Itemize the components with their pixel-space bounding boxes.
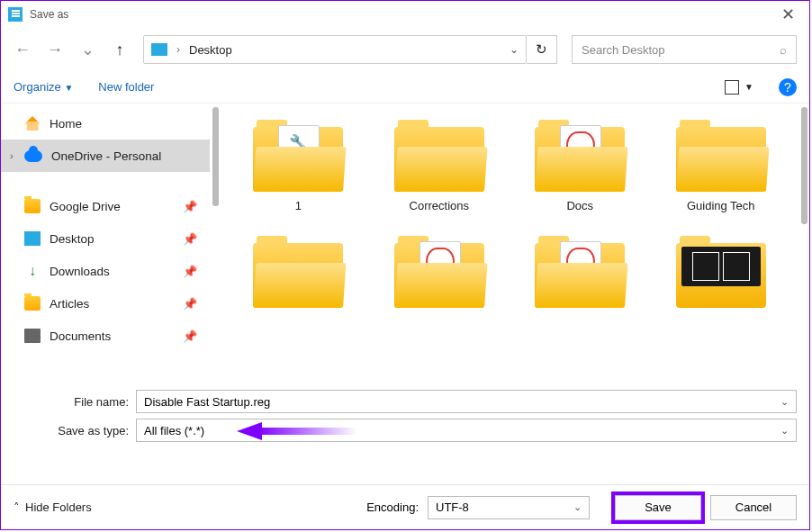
chevron-down-icon[interactable]: ⌄ (510, 43, 519, 56)
save-as-dialog: Save as ✕ ← → ⌄ ↑ › Desktop ⌄ ↻ Search D… (0, 0, 810, 530)
location-icon (151, 43, 167, 56)
organize-menu[interactable]: Organize ▼ (14, 80, 73, 94)
filename-input[interactable]: Disable Fast Startup.reg ⌄ (136, 390, 797, 413)
folder-icon (24, 296, 41, 311)
pin-icon: 📌 (183, 232, 197, 246)
folder-tile[interactable]: 1 (231, 120, 365, 212)
chevron-down-icon[interactable]: ⌄ (573, 501, 582, 513)
folder-icon (394, 120, 484, 192)
sidebar-item-documents[interactable]: Documents 📌 (1, 320, 210, 352)
folder-tile[interactable]: Docs (513, 120, 647, 212)
chevron-down-icon: ▼ (64, 83, 73, 93)
footer: ˄ Hide Folders Encoding: UTF-8 ⌄ Save Ca… (1, 484, 809, 529)
pin-icon: 📌 (183, 265, 197, 278)
file-pane[interactable]: 1CorrectionsDocsGuiding Tech (210, 104, 809, 383)
up-icon[interactable]: ↑ (111, 41, 129, 59)
forward-icon[interactable]: → (46, 41, 64, 59)
chevron-right-icon[interactable]: › (10, 150, 14, 161)
folder-icon (253, 120, 343, 192)
hide-folders-toggle[interactable]: ˄ Hide Folders (14, 500, 92, 514)
breadcrumb[interactable]: Desktop (189, 43, 232, 57)
sidebar-item-desktop[interactable]: Desktop 📌 (1, 222, 210, 255)
sidebar: Home › OneDrive - Personal Google Drive … (1, 104, 210, 383)
refresh-button[interactable]: ↻ (527, 35, 557, 64)
nav-row: ← → ⌄ ↑ › Desktop ⌄ ↻ Search Desktop ⌕ (1, 28, 809, 71)
recent-chevron-icon[interactable]: ⌄ (78, 40, 96, 59)
sidebar-item-home[interactable]: Home (1, 107, 210, 140)
sidebar-item-google-drive[interactable]: Google Drive 📌 (1, 190, 210, 222)
folder-tile[interactable] (373, 236, 507, 315)
sidebar-item-articles[interactable]: Articles 📌 (1, 287, 210, 320)
folder-tile[interactable]: Corrections (373, 120, 507, 212)
window-title: Save as (30, 8, 68, 21)
save-button[interactable]: Save (615, 495, 701, 520)
folder-icon (676, 236, 766, 308)
close-icon[interactable]: ✕ (774, 5, 802, 24)
folder-label: Docs (566, 199, 593, 212)
save-form: File name: Disable Fast Startup.reg ⌄ Sa… (1, 383, 809, 442)
folder-label: Corrections (410, 199, 469, 212)
address-bar[interactable]: › Desktop ⌄ (143, 35, 527, 64)
view-menu[interactable]: ▼ (725, 80, 753, 95)
filename-label: File name: (14, 395, 129, 409)
chevron-down-icon[interactable]: ⌄ (780, 425, 789, 437)
sidebar-item-onedrive[interactable]: › OneDrive - Personal (1, 140, 210, 172)
search-input[interactable]: Search Desktop ⌕ (572, 35, 797, 64)
app-icon (8, 7, 23, 22)
desktop-icon (24, 231, 41, 246)
sidebar-item-downloads[interactable]: ↓ Downloads 📌 (1, 255, 210, 287)
savetype-select[interactable]: All files (*.*) ⌄ (136, 419, 797, 442)
folder-icon (535, 236, 625, 308)
folder-label: 1 (295, 199, 302, 212)
folder-label: Guiding Tech (687, 199, 755, 212)
document-icon (24, 329, 41, 343)
search-placeholder: Search Desktop (582, 43, 665, 57)
folder-tile[interactable] (654, 236, 789, 315)
encoding-select[interactable]: UTF-8 ⌄ (428, 496, 590, 519)
chevron-right-icon: › (176, 43, 180, 56)
chevron-up-icon: ˄ (14, 500, 20, 514)
new-folder-button[interactable]: New folder (98, 80, 154, 94)
titlebar: Save as ✕ (1, 1, 809, 28)
folder-icon (676, 120, 766, 192)
folder-icon (24, 199, 41, 213)
toolbar: Organize ▼ New folder ▼ ? (1, 71, 809, 104)
encoding-label: Encoding: (366, 500, 419, 514)
savetype-label: Save as type: (14, 424, 129, 437)
pin-icon: 📌 (183, 297, 197, 311)
help-icon[interactable]: ? (779, 78, 797, 96)
chevron-down-icon[interactable]: ⌄ (780, 396, 789, 408)
folder-icon (253, 236, 343, 308)
folder-icon (535, 120, 625, 192)
filepane-scrollbar[interactable] (801, 107, 807, 224)
cloud-icon (24, 150, 42, 162)
folder-tile[interactable]: Guiding Tech (654, 120, 789, 212)
chevron-down-icon: ▼ (744, 82, 753, 92)
folder-tile[interactable] (231, 236, 365, 315)
cancel-button[interactable]: Cancel (710, 495, 797, 520)
search-icon: ⌕ (780, 43, 787, 57)
download-icon: ↓ (24, 264, 41, 278)
view-icon (725, 80, 739, 95)
home-icon (24, 116, 41, 131)
folder-tile[interactable] (513, 236, 647, 315)
pin-icon: 📌 (183, 329, 197, 343)
folder-icon (394, 236, 484, 308)
pin-icon: 📌 (183, 200, 197, 213)
back-icon[interactable]: ← (14, 41, 32, 59)
